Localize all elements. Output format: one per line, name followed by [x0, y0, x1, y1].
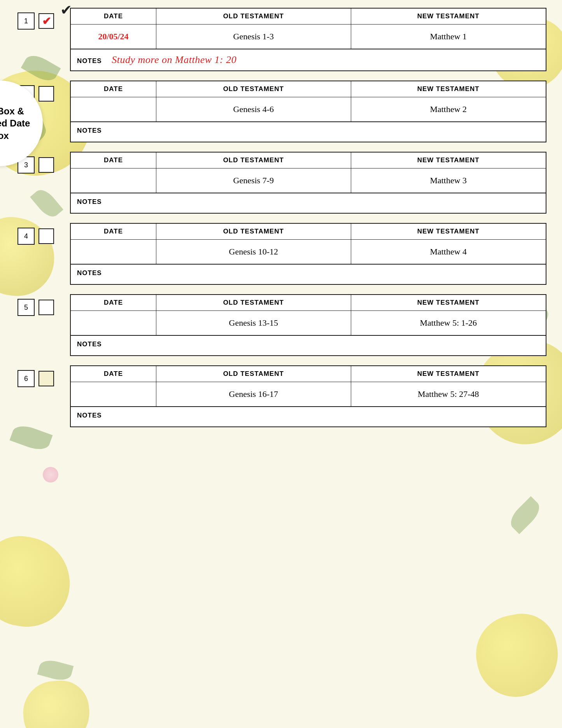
day-1-ot: Genesis 1-3 [156, 25, 351, 49]
day-5-notes-label: NOTES [77, 340, 102, 348]
day-1-col-date: DATE [71, 9, 156, 24]
day-3-col-date: DATE [71, 153, 156, 168]
day-6-controls: 6 [18, 370, 54, 387]
day-1-block: DATE OLD TESTAMENT NEW TESTAMENT 20/05/2… [70, 8, 546, 49]
day-2-notes: NOTES [70, 122, 546, 142]
day-6-tickbox[interactable] [39, 371, 54, 386]
day-1-data: 20/05/24 Genesis 1-3 Matthew 1 [71, 25, 546, 49]
day-6-col-date: DATE [71, 366, 156, 382]
content-wrapper: 1 DATE OLD TESTAMENT NEW TESTAMENT 20/05… [70, 8, 546, 427]
day-3-tickbox[interactable] [39, 157, 54, 173]
day-1-col-nt: NEW TESTAMENT [351, 9, 546, 24]
day-2-col-date: DATE [71, 81, 156, 97]
day-2-tickbox[interactable] [39, 86, 54, 102]
day-5-controls: 5 [18, 299, 54, 316]
day-6-ot: Genesis 16-17 [156, 382, 351, 406]
day-4-date [71, 240, 156, 264]
day-1-notes: NOTES Study more on Matthew 1: 20 [70, 49, 546, 71]
day-1-controls: 1 [18, 12, 54, 30]
day-6-nt: Matthew 5: 27-48 [351, 382, 546, 406]
day-3-header: DATE OLD TESTAMENT NEW TESTAMENT [71, 153, 546, 168]
day-2-block: DATE OLD TESTAMENT NEW TESTAMENT Genesis… [70, 81, 546, 122]
day-2-col-ot: OLD TESTAMENT [156, 81, 351, 97]
day-1-col-ot: OLD TESTAMENT [156, 9, 351, 24]
day-6-notes-label: NOTES [77, 412, 102, 419]
day-5-tickbox[interactable] [39, 300, 54, 315]
day-4-data: Genesis 10-12 Matthew 4 [71, 240, 546, 264]
day-1-notes-content: Study more on Matthew 1: 20 [112, 54, 236, 65]
day-4-col-ot: OLD TESTAMENT [156, 224, 351, 239]
day-5-data: Genesis 13-15 Matthew 5: 1-26 [71, 311, 546, 335]
day-5-wrapper: 5 DATE OLD TESTAMENT NEW TESTAMENT Genes… [70, 294, 546, 356]
day-6-col-nt: NEW TESTAMENT [351, 366, 546, 382]
day-4-notes-label: NOTES [77, 269, 102, 277]
day-5-number: 5 [18, 299, 35, 316]
day-4-controls: 4 [18, 228, 54, 245]
day-1-date: 20/05/24 [71, 25, 156, 49]
main-content: 1 DATE OLD TESTAMENT NEW TESTAMENT 20/05… [70, 8, 546, 452]
day-4-tickbox[interactable] [39, 228, 54, 244]
day-2-wrapper: 2 Tick Box & Undated Date Box Useful not… [70, 81, 546, 142]
day-2-ot: Genesis 4-6 [156, 97, 351, 121]
day-4-ot: Genesis 10-12 [156, 240, 351, 264]
day-6-date [71, 382, 156, 406]
day-6-notes: NOTES [70, 407, 546, 427]
day-2-header: DATE OLD TESTAMENT NEW TESTAMENT [71, 81, 546, 97]
day-6-wrapper: 6 DATE OLD TESTAMENT NEW TESTAMENT Genes… [70, 365, 546, 427]
day-6-header: DATE OLD TESTAMENT NEW TESTAMENT [71, 366, 546, 382]
day-5-col-date: DATE [71, 295, 156, 310]
day-5-block: DATE OLD TESTAMENT NEW TESTAMENT Genesis… [70, 294, 546, 336]
day-1-nt: Matthew 1 [351, 25, 546, 49]
day-1-number: 1 [18, 12, 35, 30]
day-3-block: DATE OLD TESTAMENT NEW TESTAMENT Genesis… [70, 152, 546, 193]
day-3-data: Genesis 7-9 Matthew 3 [71, 168, 546, 193]
day-1-wrapper: 1 DATE OLD TESTAMENT NEW TESTAMENT 20/05… [70, 8, 546, 71]
day-2-date [71, 97, 156, 121]
day-2-notes-label: NOTES [77, 127, 102, 134]
day-3-wrapper: 3 DATE OLD TESTAMENT NEW TESTAMENT Genes… [70, 152, 546, 214]
day-3-col-nt: NEW TESTAMENT [351, 153, 546, 168]
day-5-notes: NOTES [70, 336, 546, 356]
day-6-block: DATE OLD TESTAMENT NEW TESTAMENT Genesis… [70, 365, 546, 407]
top-checkmark: ✔ [60, 2, 72, 18]
day-3-notes-label: NOTES [77, 198, 102, 205]
day-4-col-date: DATE [71, 224, 156, 239]
day-4-wrapper: 4 DATE OLD TESTAMENT NEW TESTAMENT Genes… [70, 223, 546, 285]
day-1-tickbox[interactable] [39, 13, 54, 29]
day-2-col-nt: NEW TESTAMENT [351, 81, 546, 97]
day-5-header: DATE OLD TESTAMENT NEW TESTAMENT [71, 295, 546, 311]
day-3-nt: Matthew 3 [351, 168, 546, 193]
day-3-col-ot: OLD TESTAMENT [156, 153, 351, 168]
day-6-data: Genesis 16-17 Matthew 5: 27-48 [71, 382, 546, 406]
day-4-block: DATE OLD TESTAMENT NEW TESTAMENT Genesis… [70, 223, 546, 265]
day-1-header: DATE OLD TESTAMENT NEW TESTAMENT [71, 9, 546, 25]
day-3-date [71, 168, 156, 193]
day-4-nt: Matthew 4 [351, 240, 546, 264]
day-6-col-ot: OLD TESTAMENT [156, 366, 351, 382]
day-5-ot: Genesis 13-15 [156, 311, 351, 335]
day-4-col-nt: NEW TESTAMENT [351, 224, 546, 239]
day-5-col-ot: OLD TESTAMENT [156, 295, 351, 310]
day-2-nt: Matthew 2 [351, 97, 546, 121]
day-4-notes: NOTES [70, 265, 546, 285]
day-3-ot: Genesis 7-9 [156, 168, 351, 193]
day-5-nt: Matthew 5: 1-26 [351, 311, 546, 335]
day-4-number: 4 [18, 228, 35, 245]
day-1-notes-label: NOTES [77, 57, 102, 65]
day-2-data: Genesis 4-6 Matthew 2 [71, 97, 546, 121]
day-5-col-nt: NEW TESTAMENT [351, 295, 546, 310]
tooltip-left-text: Tick Box & Undated Date Box [0, 105, 35, 142]
day-5-date [71, 311, 156, 335]
day-4-header: DATE OLD TESTAMENT NEW TESTAMENT [71, 224, 546, 240]
day-6-number: 6 [18, 370, 35, 387]
day-3-notes: NOTES [70, 193, 546, 214]
